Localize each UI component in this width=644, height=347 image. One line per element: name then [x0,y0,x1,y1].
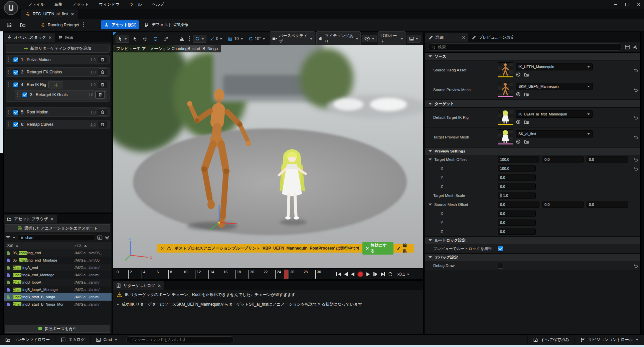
use-selected-asset-icon[interactable] [516,119,521,124]
tab-retarget-log[interactable]: リターゲ...カログ [113,281,164,290]
console-command-input[interactable]: コンソールコマンドを入力します [126,336,234,343]
edit-postprocess-button[interactable]: 編集 [397,243,411,254]
target-offset-y-field[interactable]: 0.0 [542,156,584,162]
x-value-field[interactable]: 0.0 [498,211,536,217]
section-root-lock[interactable]: ルートロック設定 [425,236,640,244]
delete-op-button[interactable] [98,56,107,63]
drag-handle-icon[interactable] [500,194,502,198]
maximize-button[interactable] [621,0,633,8]
dismiss-warning-icon[interactable] [161,247,163,250]
delete-op-button[interactable] [98,68,107,76]
z-value-field[interactable]: 0.0 [498,184,536,190]
op-enabled-checkbox[interactable] [22,92,28,98]
op-weight-field[interactable]: 1.0 [88,93,93,97]
op-weight-field[interactable]: 1.0 [91,122,96,127]
tab-op-stack[interactable]: オペレ...スタック [4,33,55,42]
target-ikrig-combo[interactable]: IK_UEFN_ai_first_Mannequin [516,110,593,118]
asset-row[interactable]: ChantingA_end /All/Ga...i/anim/ [4,264,112,271]
x-value-field[interactable]: 100.0 [498,165,536,171]
op-weight-field[interactable]: 1.0 [91,70,96,74]
source-offset-x-field[interactable]: 0.0 [498,202,539,208]
revision-control-dropdown[interactable]: リビジョンコントロール [575,335,644,345]
op-enabled-checkbox[interactable] [13,122,19,127]
collapse-icon[interactable] [429,158,432,160]
target-offset-x-field[interactable]: 100.0 [498,156,539,162]
ignore-root-lock-checkbox[interactable] [498,246,503,252]
step-forward-button[interactable] [373,272,377,276]
asset-row[interactable]: ChantingB_start_B_Ninga_Mor /All/Ga...i/… [4,301,112,308]
save-button[interactable] [3,20,15,29]
menu-asset[interactable]: アセット [68,0,93,9]
loop-button[interactable] [388,272,393,277]
minimize-button[interactable] [610,0,621,8]
target-girl-character[interactable] [274,143,310,227]
menu-tools[interactable]: ツール [126,0,146,9]
asset-row[interactable]: 05_chanting_end_Montage /All/Ga...nim/05… [4,257,112,264]
target-offset-z-field[interactable]: 0.0 [587,156,628,162]
display-options-icon[interactable] [625,44,630,50]
asset-row[interactable]: 05_chanting_end /All/Ga...nim/05_ [4,249,112,257]
drag-handle-icon[interactable] [8,109,11,115]
asset-settings-button[interactable]: アセット設定 [101,20,139,29]
op-enabled-checkbox[interactable] [13,109,19,115]
viewport-scene[interactable]: Z X プレビュー中 アニメーション ChantingB_start_B_Nin… [113,45,423,268]
collapse-icon[interactable] [429,204,432,206]
content-drawer-button[interactable]: コンテンツドロワー [0,335,55,345]
op-row-remap-curves[interactable]: 6: Remap Curves 1.0 [6,120,110,129]
op-row-root-motion[interactable]: 5: Root Motion 1.0 [6,107,110,117]
drag-handle-icon[interactable] [8,69,11,75]
play-reference-pose-button[interactable]: 参照ポーズを再生 [5,325,110,333]
source-offset-z-field[interactable]: 0.0 [587,202,628,208]
output-log-button[interactable]: 出力ログ [55,335,91,345]
drag-handle-icon[interactable] [8,82,11,87]
sort-by-name-header[interactable]: 名前 [4,243,74,248]
debug-draw-checkbox[interactable] [498,263,503,269]
reset-to-default-button[interactable] [631,135,640,139]
tab-preview-scene-settings[interactable]: プレビュ...ーン設定 [468,33,518,42]
source-mesh-thumbnail[interactable] [498,82,513,97]
running-retarget-button[interactable]: Running Retarget [37,21,88,29]
asset-row[interactable]: ChantingB_loopA_Montage /All/Ga...i/anim… [4,286,112,293]
go-to-end-button[interactable] [380,272,385,276]
perspective-dropdown[interactable]: パースペクティブ [270,31,315,46]
delete-op-button[interactable] [98,81,107,88]
op-row-retarget-ik-goals[interactable]: 3: Retarget IK Goals 1.0 [15,90,107,99]
gear-icon[interactable] [633,45,638,50]
y-value-field[interactable]: 0.0 [498,175,536,181]
section-debug[interactable]: デバッグ設定 [425,253,640,261]
disable-postprocess-button[interactable]: 無効にする [362,242,393,255]
op-stack-tab-close-icon[interactable] [48,36,51,39]
log-tab-close-icon[interactable] [158,284,161,287]
op-row-retarget-fk[interactable]: 2: Retarget FK Chains 1.0 [6,67,110,77]
playhead[interactable] [284,270,288,279]
op-enabled-checkbox[interactable] [13,82,19,88]
add-child-op-button[interactable] [48,81,63,88]
target-ikrig-thumbnail[interactable] [498,110,513,125]
section-source[interactable]: ソース [425,52,640,60]
filter-chevron-icon[interactable] [13,237,15,239]
z-value-field[interactable]: 0.0 [498,229,536,235]
browse-to-asset-icon[interactable] [524,92,529,97]
close-button[interactable] [633,0,644,8]
selection-mode-dropdown[interactable] [116,35,129,43]
show-flags-dropdown[interactable] [362,35,377,42]
record-button[interactable] [357,271,363,277]
save-status-button[interactable]: すべて保存済み [527,335,575,345]
rotation-snap-toggle[interactable] [193,35,206,43]
op-enabled-checkbox[interactable] [13,57,19,63]
use-selected-asset-icon[interactable] [516,139,521,144]
browse-to-asset-icon[interactable] [524,139,529,144]
tab-rtg-asset[interactable]: RTG_UEFN_ai_first [21,9,78,19]
menu-help[interactable]: ヘルプ [148,0,168,9]
source-mesh-combo[interactable]: SKM_UEFN_Mannequin [516,83,593,90]
section-target[interactable]: ターゲット [425,100,640,108]
delete-op-button[interactable] [98,121,107,128]
op-weight-field[interactable]: 1.0 [91,110,96,114]
drag-handle-icon[interactable] [8,57,11,62]
surface-snap-button[interactable] [177,35,186,43]
play-button[interactable] [366,272,370,276]
playback-speed-dropdown[interactable]: x0.1 [397,269,410,279]
op-row-run-ik-rig[interactable]: 4: Run IK Rig 1.0 [8,80,107,89]
menu-window[interactable]: ウィンドウ [95,0,123,9]
browse-to-asset-icon[interactable] [524,119,529,124]
